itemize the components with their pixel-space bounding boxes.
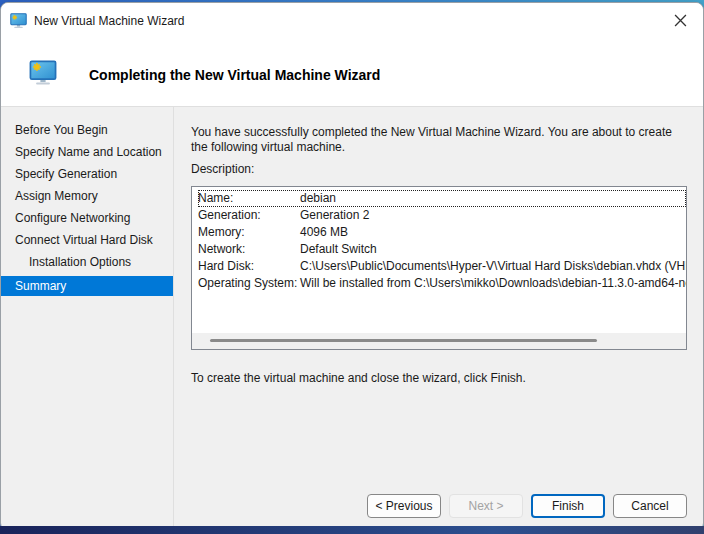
summary-row-label: Hard Disk: — [198, 258, 300, 275]
sidebar-item-specify-name-and-location[interactable]: Specify Name and Location — [1, 141, 173, 163]
sidebar-item-before-you-begin[interactable]: Before You Begin — [1, 119, 173, 141]
sidebar-item-assign-memory[interactable]: Assign Memory — [1, 185, 173, 207]
title-bar[interactable]: New Virtual Machine Wizard — [1, 3, 703, 39]
summary-row-label: Generation: — [198, 207, 300, 224]
sidebar-item-summary[interactable]: Summary — [1, 276, 173, 296]
summary-row[interactable]: Hard Disk:C:\Users\Public\Documents\Hype… — [198, 258, 686, 275]
finish-instruction: To create the virtual machine and close … — [191, 371, 687, 385]
summary-listbox[interactable]: Name:debianGeneration:Generation 2Memory… — [191, 186, 687, 350]
sidebar-item-connect-virtual-hard-disk[interactable]: Connect Virtual Hard Disk — [1, 229, 173, 251]
summary-row[interactable]: Name:debian — [198, 190, 686, 207]
summary-row[interactable]: Network:Default Switch — [198, 241, 686, 258]
summary-row-label: Name: — [198, 190, 300, 207]
desktop-background-strip — [0, 526, 704, 534]
summary-row-value: Will be installed from C:\Users\mikko\Do… — [300, 276, 686, 290]
horizontal-scrollbar[interactable] — [192, 333, 686, 349]
wizard-header: Completing the New Virtual Machine Wizar… — [1, 39, 703, 106]
summary-row[interactable]: Generation:Generation 2 — [198, 207, 686, 224]
summary-page: You have successfully completed the New … — [174, 107, 703, 530]
sidebar-item-specify-generation[interactable]: Specify Generation — [1, 163, 173, 185]
sidebar-item-installation-options[interactable]: Installation Options — [1, 251, 173, 273]
vm-wizard-icon — [10, 13, 27, 29]
intro-text: You have successfully completed the New … — [191, 125, 687, 154]
close-icon — [674, 14, 687, 27]
description-label: Description: — [191, 162, 687, 176]
summary-row[interactable]: Operating System:Will be installed from … — [198, 275, 686, 292]
summary-row-label: Memory: — [198, 224, 300, 241]
previous-button[interactable]: < Previous — [367, 494, 441, 518]
window-title: New Virtual Machine Wizard — [34, 14, 185, 28]
summary-row-label: Network: — [198, 241, 300, 258]
summary-row-value: Generation 2 — [300, 208, 369, 222]
vm-wizard-icon-large — [29, 60, 57, 86]
summary-row-value: Default Switch — [300, 242, 377, 256]
next-button[interactable]: Next > — [449, 494, 523, 518]
page-title: Completing the New Virtual Machine Wizar… — [89, 67, 380, 83]
finish-button[interactable]: Finish — [531, 494, 605, 518]
close-button[interactable] — [657, 3, 703, 37]
wizard-steps-sidebar: Before You BeginSpecify Name and Locatio… — [1, 107, 173, 530]
sidebar-item-configure-networking[interactable]: Configure Networking — [1, 207, 173, 229]
summary-row-value: C:\Users\Public\Documents\Hyper-V\Virtua… — [300, 259, 686, 273]
summary-row[interactable]: Memory:4096 MB — [198, 224, 686, 241]
summary-row-value: 4096 MB — [300, 225, 348, 239]
scrollbar-thumb[interactable] — [210, 339, 597, 342]
wizard-buttons: < Previous Next > Finish Cancel — [367, 494, 687, 518]
summary-row-value: debian — [300, 191, 336, 205]
cancel-button[interactable]: Cancel — [613, 494, 687, 518]
wizard-window: New Virtual Machine Wizard — [0, 2, 704, 531]
summary-row-label: Operating System: — [198, 275, 300, 292]
